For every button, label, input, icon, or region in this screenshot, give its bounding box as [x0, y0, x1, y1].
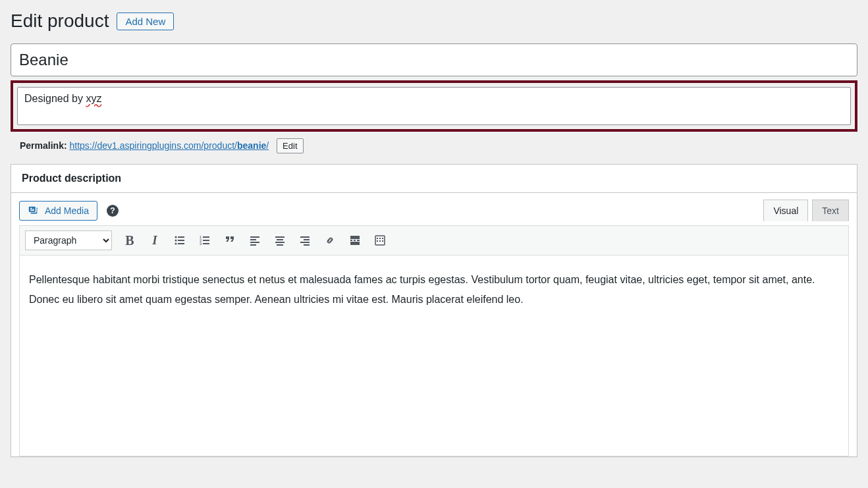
svg-rect-5: [178, 243, 184, 244]
svg-rect-31: [379, 238, 381, 239]
product-subtitle-textarea[interactable]: Designed by xyz: [17, 87, 851, 125]
editor-tabs: Visual Text: [763, 200, 849, 221]
italic-button[interactable]: I: [142, 230, 167, 251]
page-header: Edit product Add New: [11, 0, 857, 43]
svg-rect-16: [275, 236, 285, 238]
svg-rect-23: [304, 244, 310, 246]
svg-rect-33: [377, 240, 378, 242]
svg-rect-35: [382, 240, 383, 242]
svg-rect-20: [300, 236, 310, 238]
format-select[interactable]: Paragraph: [25, 230, 112, 250]
svg-point-0: [175, 236, 177, 238]
svg-rect-15: [250, 244, 256, 246]
description-paragraph: Pellentesque habitant morbi tristique se…: [29, 270, 839, 310]
link-button[interactable]: [317, 230, 342, 251]
permalink-label: Permalink:: [20, 140, 67, 151]
permalink-trail: /: [266, 140, 269, 151]
svg-rect-32: [382, 238, 383, 239]
svg-rect-24: [350, 236, 360, 239]
svg-rect-27: [357, 240, 360, 241]
permalink-link[interactable]: https://dev1.aspiringplugins.com/product…: [69, 140, 269, 151]
svg-rect-25: [350, 240, 352, 241]
permalink-base: https://dev1.aspiringplugins.com/product…: [69, 140, 236, 151]
svg-rect-13: [250, 239, 256, 240]
svg-rect-9: [203, 240, 209, 241]
svg-rect-18: [275, 242, 285, 243]
svg-rect-17: [277, 239, 283, 240]
svg-rect-21: [304, 239, 310, 240]
product-title-input[interactable]: [11, 43, 857, 76]
product-description-panel: Product description Add Media ? Visual T…: [11, 164, 857, 457]
svg-rect-3: [178, 240, 184, 241]
edit-permalink-button[interactable]: Edit: [277, 138, 303, 153]
add-media-button[interactable]: Add Media: [19, 201, 97, 221]
svg-rect-30: [377, 238, 378, 239]
bold-button[interactable]: B: [117, 230, 142, 251]
subtitle-text-prefix: Designed by: [24, 93, 86, 104]
svg-rect-22: [300, 242, 310, 243]
bullet-list-button[interactable]: [167, 230, 192, 251]
read-more-button[interactable]: [342, 230, 367, 251]
svg-rect-7: [203, 236, 209, 238]
tab-text[interactable]: Text: [812, 200, 849, 221]
align-center-button[interactable]: [267, 230, 292, 251]
add-media-label: Add Media: [45, 205, 89, 216]
svg-text:3: 3: [200, 242, 202, 246]
add-new-button[interactable]: Add New: [117, 13, 174, 30]
toolbar-toggle-button[interactable]: [367, 230, 393, 251]
permalink-row: Permalink: https://dev1.aspiringplugins.…: [11, 132, 857, 163]
media-icon: [28, 205, 40, 217]
svg-rect-1: [178, 236, 184, 238]
svg-point-4: [175, 243, 177, 245]
editor-top-row: Add Media ? Visual Text: [11, 193, 857, 221]
tab-visual[interactable]: Visual: [763, 200, 808, 221]
svg-rect-28: [350, 242, 360, 245]
svg-rect-11: [203, 243, 209, 244]
blockquote-button[interactable]: [217, 230, 242, 251]
svg-rect-14: [250, 242, 259, 243]
numbered-list-button[interactable]: 123: [192, 230, 217, 251]
editor-content-area[interactable]: Pellentesque habitant morbi tristique se…: [19, 255, 849, 456]
page-title: Edit product: [11, 11, 109, 32]
align-left-button[interactable]: [242, 230, 267, 251]
svg-rect-26: [354, 240, 356, 241]
svg-rect-12: [250, 236, 259, 238]
subtitle-spellcheck-word: xyz: [86, 93, 101, 104]
help-icon[interactable]: ?: [107, 205, 119, 217]
svg-rect-34: [379, 240, 381, 242]
align-right-button[interactable]: [292, 230, 317, 251]
svg-rect-19: [277, 244, 283, 246]
svg-point-2: [175, 240, 177, 242]
permalink-slug: beanie: [237, 140, 266, 151]
panel-title: Product description: [11, 165, 857, 193]
subtitle-highlight-box: Designed by xyz: [11, 80, 857, 132]
editor-toolbar: Paragraph B I 123: [19, 225, 849, 255]
